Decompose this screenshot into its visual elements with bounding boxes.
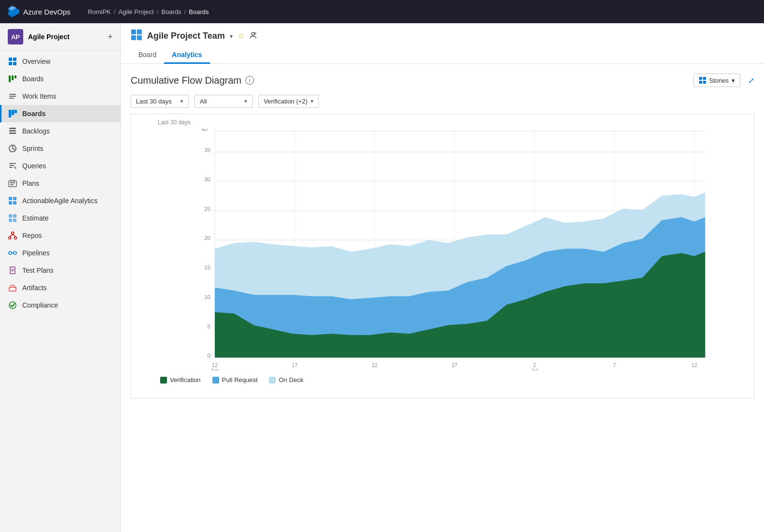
sidebar-item-sprints[interactable]: Sprints [0, 140, 120, 157]
svg-rect-30 [13, 219, 16, 222]
sidebar-item-actionable[interactable]: ActionableAgile Analytics [0, 192, 120, 209]
verification-color-swatch [160, 377, 167, 384]
estimate-icon [8, 213, 17, 223]
svg-rect-42 [137, 30, 142, 34]
chart-legend: Verification Pull Request On Deck [155, 376, 754, 384]
sidebar-label-artifacts: Artifacts [22, 284, 47, 292]
team-members-icon[interactable] [249, 31, 257, 41]
svg-rect-24 [13, 197, 16, 200]
stories-chevron-icon: ▾ [732, 77, 735, 84]
svg-rect-19 [10, 182, 15, 183]
info-icon[interactable]: i [245, 76, 254, 85]
page-title: Agile Project Team [147, 31, 225, 41]
svg-rect-48 [703, 77, 706, 80]
sidebar: AP Agile Project + Overview Boards [0, 23, 121, 532]
sidebar-item-test-plans[interactable]: Test Plans [0, 262, 120, 279]
sprints-icon [8, 144, 17, 153]
boards-icon [8, 109, 17, 118]
svg-text:12: 12 [212, 362, 218, 368]
layout: AP Agile Project + Overview Boards [0, 23, 764, 532]
sidebar-item-artifacts[interactable]: Artifacts [0, 279, 120, 296]
breadcrumb: RomiPK / Agile Project / Boards / Boards [88, 8, 209, 15]
svg-text:22: 22 [372, 362, 377, 368]
stories-grid-icon [699, 76, 706, 84]
breadcrumb-sep-1: / [114, 8, 116, 15]
svg-rect-11 [12, 110, 14, 115]
diagram-title: Cumulative Flow Diagram i [131, 75, 254, 86]
sidebar-item-boards-group[interactable]: Boards [0, 70, 120, 88]
svg-rect-25 [9, 201, 12, 205]
svg-rect-47 [699, 77, 702, 80]
sidebar-label-actionable: ActionableAgile Analytics [22, 197, 98, 205]
sidebar-label-pipelines: Pipelines [22, 249, 50, 257]
svg-rect-10 [9, 110, 11, 118]
sidebar-label-sprints: Sprints [22, 145, 44, 152]
test-plans-icon [8, 266, 17, 275]
svg-text:17: 17 [292, 362, 298, 368]
svg-text:20: 20 [204, 235, 210, 241]
on-deck-color-swatch [269, 377, 276, 384]
chart-container: Last 30 days 0 5 10 15 20 25 30 35 40 [131, 114, 754, 399]
breadcrumb-item-1[interactable]: RomiPK [88, 8, 111, 15]
tab-board[interactable]: Board [131, 47, 164, 64]
content-area: Cumulative Flow Diagram i Stories ▾ ⤢ La… [121, 64, 764, 532]
svg-rect-49 [699, 81, 702, 84]
svg-text:40: 40 [201, 129, 208, 132]
breadcrumb-sep-2: / [157, 8, 159, 15]
topbar-logo[interactable]: Azure DevOps [8, 6, 71, 17]
sidebar-label-backlogs: Backlogs [22, 127, 50, 135]
favorite-star-icon[interactable]: ☆ [238, 31, 244, 41]
boards-group-icon [8, 74, 17, 84]
svg-rect-39 [9, 287, 16, 291]
tab-analytics[interactable]: Analytics [164, 47, 210, 64]
svg-rect-7 [9, 94, 16, 95]
time-range-dropdown[interactable]: Last 30 days ▾ [131, 95, 189, 108]
svg-rect-1 [13, 58, 16, 61]
svg-rect-27 [9, 214, 12, 218]
sidebar-item-work-items[interactable]: Work Items [0, 88, 120, 105]
svg-rect-41 [131, 30, 136, 34]
sidebar-label-overview: Overview [22, 58, 50, 65]
svg-rect-29 [9, 219, 12, 222]
svg-rect-15 [9, 133, 16, 134]
team-dropdown-chevron[interactable]: ▾ [230, 33, 233, 40]
svg-text:27: 27 [452, 362, 458, 368]
sidebar-item-plans[interactable]: Plans [0, 175, 120, 192]
add-project-button[interactable]: + [107, 32, 113, 42]
project-avatar: AP [8, 29, 23, 44]
sidebar-label-test-plans: Test Plans [22, 266, 54, 274]
svg-rect-13 [9, 128, 16, 129]
sidebar-item-pipelines[interactable]: Pipelines [0, 244, 120, 262]
sidebar-nav: Overview Boards Work Items [0, 51, 120, 316]
sidebar-item-backlogs[interactable]: Backlogs [0, 122, 120, 140]
svg-text:10: 10 [204, 294, 210, 300]
svg-rect-23 [9, 197, 12, 200]
sidebar-item-boards[interactable]: Boards [0, 105, 120, 122]
svg-rect-28 [13, 214, 16, 218]
breadcrumb-item-3[interactable]: Boards [161, 8, 181, 15]
sidebar-item-estimate[interactable]: Estimate [0, 209, 120, 227]
svg-text:30: 30 [204, 176, 210, 182]
sidebar-item-compliance[interactable]: Compliance [0, 296, 120, 314]
team-icon [131, 29, 142, 43]
sidebar-item-queries[interactable]: Queries [0, 157, 120, 175]
stories-dropdown-button[interactable]: Stories ▾ [693, 74, 740, 87]
svg-point-31 [12, 232, 14, 235]
filters-row: Last 30 days ▾ All ▾ Verification (+2) ▾ [131, 95, 754, 108]
work-items-icon [8, 91, 17, 101]
sidebar-label-plans: Plans [22, 179, 39, 187]
sidebar-item-overview[interactable]: Overview [0, 53, 120, 70]
svg-point-36 [9, 251, 12, 254]
breadcrumb-item-2[interactable]: Agile Project [119, 8, 154, 15]
svg-rect-43 [131, 35, 136, 40]
sidebar-item-repos[interactable]: Repos [0, 227, 120, 244]
svg-text:15: 15 [204, 264, 210, 270]
sidebar-label-estimate: Estimate [22, 214, 48, 222]
verification-dropdown[interactable]: Verification (+2) ▾ [258, 95, 319, 108]
repos-icon [8, 231, 17, 240]
all-dropdown[interactable]: All ▾ [195, 95, 253, 108]
expand-icon[interactable]: ⤢ [748, 76, 754, 85]
project-name: Agile Project [28, 33, 103, 41]
sidebar-label-boards: Boards [22, 110, 45, 118]
breadcrumb-item-4: Boards [189, 8, 209, 15]
